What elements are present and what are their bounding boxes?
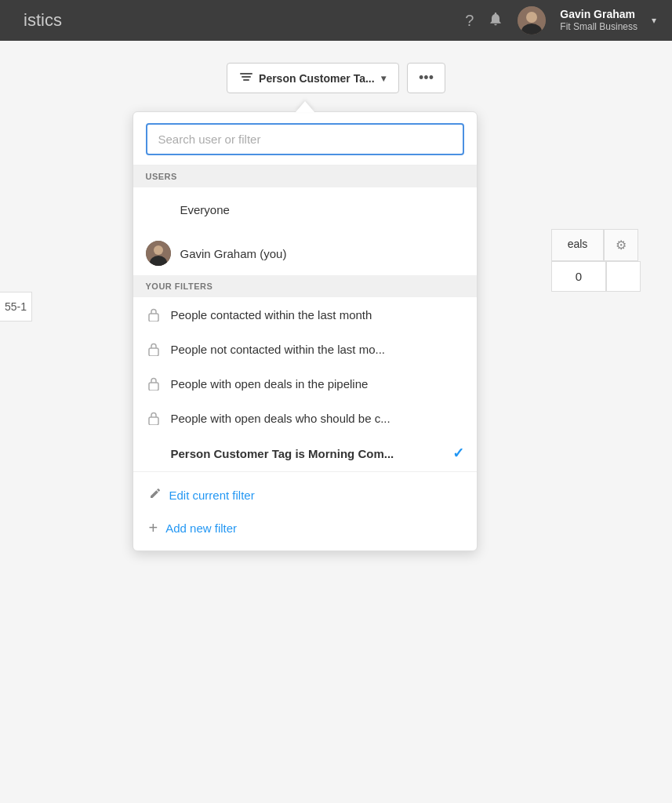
list-item[interactable]: People with open deals in the pipeline [133, 366, 477, 401]
gavin-label: Gavin Graham (you) [180, 247, 287, 260]
edit-icon [149, 487, 162, 503]
filter-label-3: People with open deals in the pipeline [171, 377, 369, 391]
list-item[interactable]: People not contacted within the last mo.… [133, 332, 477, 366]
help-icon[interactable]: ? [465, 12, 474, 30]
add-filter-label: Add new filter [165, 521, 237, 535]
user-name: Gavin Graham [560, 7, 637, 21]
list-item[interactable]: People contacted within the last month [133, 297, 477, 332]
lock-icon-placeholder [146, 445, 162, 461]
search-box [133, 112, 477, 165]
lock-icon [146, 341, 162, 357]
page-title: istics [16, 10, 62, 31]
svg-point-7 [154, 245, 163, 255]
user-info: Gavin Graham Fit Small Business [560, 7, 637, 34]
main-area: eals ⚙ 0 55-1 Person Custome [0, 41, 672, 803]
filter-icon [240, 71, 252, 85]
background-table: eals ⚙ 0 [551, 229, 641, 292]
avatar [146, 241, 171, 266]
settings-gear-icon[interactable]: ⚙ [604, 229, 638, 261]
no-avatar-placeholder [146, 197, 171, 222]
svg-rect-11 [149, 383, 158, 391]
topbar: istics ? Gavin Graham Fit Small Business… [0, 0, 672, 41]
add-icon: + [149, 520, 158, 536]
svg-rect-9 [149, 314, 158, 322]
deals-column-header: eals [551, 229, 605, 261]
your-filters-section-header: YOUR FILTERS [133, 275, 477, 297]
svg-point-1 [526, 12, 537, 23]
user-chevron-icon[interactable]: ▾ [652, 15, 656, 26]
edit-filter-action[interactable]: Edit current filter [133, 478, 477, 511]
list-item[interactable]: Gavin Graham (you) [133, 231, 477, 275]
filter-button-label: Person Customer Ta... [259, 72, 375, 85]
lock-icon [146, 307, 162, 322]
lock-icon [146, 410, 162, 426]
checkmark-icon: ✓ [452, 445, 464, 462]
filter-label-1: People contacted within the last month [171, 308, 372, 322]
filter-dropdown-button[interactable]: Person Customer Ta... ▾ [227, 63, 399, 93]
add-filter-action[interactable]: + Add new filter [133, 511, 477, 544]
more-options-button[interactable]: ••• [407, 63, 445, 93]
users-section-header: USERS [133, 165, 477, 187]
more-dots-icon: ••• [419, 70, 434, 86]
dropdown-caret [296, 101, 314, 112]
search-input[interactable] [146, 123, 464, 155]
svg-rect-10 [149, 348, 158, 356]
svg-rect-12 [149, 417, 158, 425]
deals-value-cell: 0 [551, 261, 606, 292]
filter-label-4: People with open deals who should be c..… [171, 412, 390, 425]
edit-filter-label: Edit current filter [169, 489, 255, 502]
dropdown-arrow-icon: ▾ [381, 73, 386, 84]
filter-label-2: People not contacted within the last mo.… [171, 343, 386, 356]
everyone-label: Everyone [180, 203, 230, 216]
list-item[interactable]: Person Customer Tag is Morning Com... ✓ [133, 435, 477, 471]
filter-label-5: Person Customer Tag is Morning Com... [171, 447, 394, 460]
list-item[interactable]: People with open deals who should be c..… [133, 401, 477, 435]
user-company: Fit Small Business [560, 21, 637, 34]
lock-icon [146, 376, 162, 391]
list-item[interactable]: Everyone [133, 187, 477, 231]
left-clip-value: 55-1 [0, 292, 32, 322]
bell-icon[interactable] [488, 11, 503, 31]
filter-row: Person Customer Ta... ▾ ••• [16, 56, 656, 93]
dropdown-footer: Edit current filter + Add new filter [133, 471, 477, 550]
dropdown-panel: USERS Everyone Gavin Graham (you) YOUR F… [133, 111, 478, 551]
avatar[interactable] [518, 6, 546, 35]
